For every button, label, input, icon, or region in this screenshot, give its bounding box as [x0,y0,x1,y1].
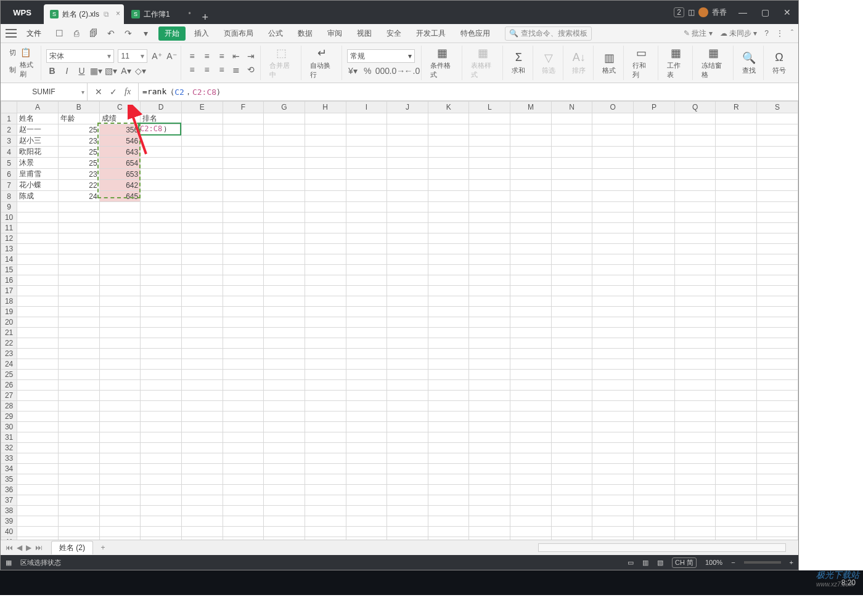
cell-E35[interactable] [181,474,223,485]
cell-P1[interactable] [634,113,675,124]
cell-H35[interactable] [305,474,346,485]
cell-Q28[interactable] [674,401,716,411]
cell-J7[interactable] [387,180,428,191]
cell-C29[interactable] [99,411,141,422]
cell-J30[interactable] [387,422,428,432]
cell-N20[interactable] [551,317,592,328]
cell-Q8[interactable] [674,191,716,202]
cell-R31[interactable] [716,432,757,443]
cell-I27[interactable] [346,391,387,401]
cell-J23[interactable] [387,349,428,359]
file-menu[interactable]: 文件 [22,28,46,39]
cell-S20[interactable] [757,317,798,328]
cell-Q3[interactable] [674,136,716,147]
cell-O34[interactable] [592,464,634,474]
cell-H16[interactable] [305,275,346,286]
symbol-button[interactable]: Ω符号 [769,46,790,80]
cell-I32[interactable] [346,443,387,453]
cell-P6[interactable] [634,169,675,180]
cell-R38[interactable] [716,506,757,516]
cell-D41[interactable] [141,537,182,540]
ribbon-tab-数据[interactable]: 数据 [292,26,319,41]
cell-K38[interactable] [428,506,469,516]
cell-B20[interactable] [58,317,99,328]
cell-P4[interactable] [634,147,675,158]
col-header-E[interactable]: E [181,102,223,113]
cell-B1[interactable]: 年龄 [58,113,99,124]
cell-H19[interactable] [305,307,346,317]
cell-K3[interactable] [428,136,469,147]
cell-Q35[interactable] [674,474,716,485]
ribbon-tab-视图[interactable]: 视图 [351,26,378,41]
col-header-O[interactable]: O [592,102,634,113]
cell-R36[interactable] [716,485,757,495]
cell-J22[interactable] [387,338,428,349]
cell-F29[interactable] [223,411,264,422]
cell-L9[interactable] [469,202,510,213]
cell-A19[interactable] [17,307,59,317]
cell-N29[interactable] [551,411,592,422]
cell-H13[interactable] [305,244,346,254]
cell-I21[interactable] [346,328,387,338]
cell-J18[interactable] [387,296,428,307]
cell-H37[interactable] [305,495,346,506]
cell-Q33[interactable] [674,453,716,464]
cell-C32[interactable] [99,443,141,453]
cell-N19[interactable] [551,307,592,317]
cell-O21[interactable] [592,328,634,338]
cell-L30[interactable] [469,422,510,432]
cell-M16[interactable] [510,275,552,286]
cell-S30[interactable] [757,422,798,432]
cell-G18[interactable] [264,296,305,307]
cell-A39[interactable] [17,516,59,527]
cell-D40[interactable] [141,527,182,537]
cell-K23[interactable] [428,349,469,359]
cell-J3[interactable] [387,136,428,147]
cell-L17[interactable] [469,286,510,296]
row-header-19[interactable]: 19 [1,307,17,317]
cell-Q34[interactable] [674,464,716,474]
cell-G5[interactable] [264,158,305,169]
col-header-F[interactable]: F [223,102,264,113]
cell-S10[interactable] [757,213,798,223]
cell-C14[interactable] [99,254,141,265]
cell-R16[interactable] [716,275,757,286]
cell-N22[interactable] [551,338,592,349]
cell-Q21[interactable] [674,328,716,338]
cell-J35[interactable] [387,474,428,485]
ribbon-tab-页面布局[interactable]: 页面布局 [218,26,260,41]
cell-L22[interactable] [469,338,510,349]
cell-P24[interactable] [634,359,675,370]
cell-L19[interactable] [469,307,510,317]
cell-J16[interactable] [387,275,428,286]
cell-N11[interactable] [551,223,592,233]
cell-B3[interactable]: 23 [58,136,99,147]
cell-E26[interactable] [181,380,223,391]
cell-N14[interactable] [551,254,592,265]
cell-O30[interactable] [592,422,634,432]
sheet-nav-next-icon[interactable]: ▶ [26,543,31,552]
cell-I18[interactable] [346,296,387,307]
cell-H18[interactable] [305,296,346,307]
accept-formula-icon[interactable]: ✓ [110,87,117,97]
cell-D39[interactable] [141,516,182,527]
cell-A12[interactable] [17,233,59,244]
formula-bar[interactable]: =rank（C2，C2:C8） [139,83,798,100]
cell-K21[interactable] [428,328,469,338]
cell-S28[interactable] [757,401,798,411]
cell-M19[interactable] [510,307,552,317]
cell-R17[interactable] [716,286,757,296]
cell-J36[interactable] [387,485,428,495]
cell-I1[interactable] [346,113,387,124]
cell-C16[interactable] [99,275,141,286]
cell-I39[interactable] [346,516,387,527]
cell-A41[interactable] [17,537,59,540]
cell-K2[interactable] [428,124,469,136]
cell-R37[interactable] [716,495,757,506]
align-bottom-icon[interactable]: ≡ [216,51,227,62]
cell-R5[interactable] [716,158,757,169]
cell-B14[interactable] [58,254,99,265]
cell-J11[interactable] [387,223,428,233]
row-header-9[interactable]: 9 [1,202,17,213]
cell-H36[interactable] [305,485,346,495]
